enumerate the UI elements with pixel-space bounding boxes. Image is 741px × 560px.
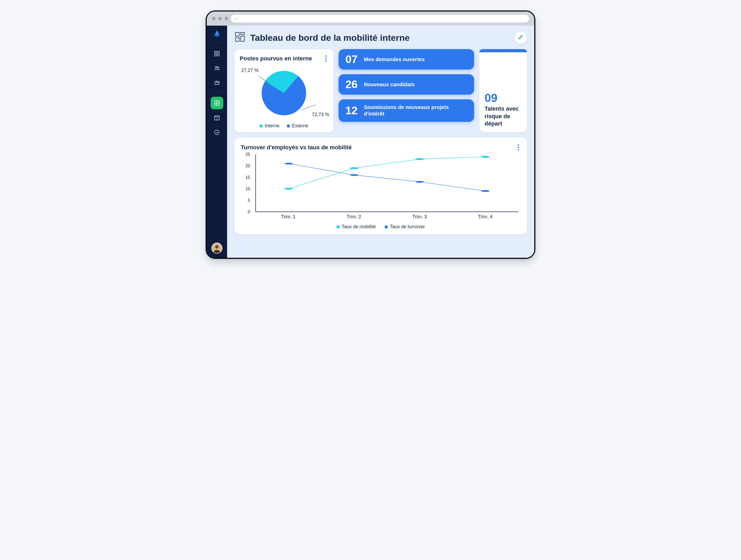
legend-swatch-blue	[385, 225, 388, 229]
user-avatar[interactable]	[211, 243, 222, 254]
x-tick: Trim. 1	[255, 214, 321, 223]
metric-project-submissions[interactable]: 12 Soumissions de nouveaux projets d'int…	[339, 99, 474, 122]
line-chart: 25 20 15 10 5 0	[241, 155, 521, 223]
sidebar-item-people[interactable]	[211, 62, 223, 75]
pie-card: Postes pourvus en interne 27,27 % 72,73 …	[234, 49, 333, 132]
pie-slice-label-small: 27,27 %	[241, 68, 259, 73]
dashboard-icon	[234, 31, 246, 44]
page-title: Tableau de bord de la mobilité interne	[250, 33, 510, 43]
svg-rect-18	[241, 36, 245, 41]
metric-label: Mes demandes ouvertes	[364, 56, 425, 63]
pie-card-title: Postes pourvus en interne	[240, 55, 312, 62]
line-chart-card: Turnover d'employés vs taux de mobilité …	[234, 138, 527, 234]
line-chart-title: Turnover d'employés vs taux de mobilité	[241, 144, 352, 151]
svg-text:31: 31	[216, 117, 218, 120]
svg-point-19	[284, 188, 293, 189]
metric-value: 07	[345, 54, 358, 65]
y-tick: 20	[246, 164, 250, 168]
y-tick: 15	[246, 175, 250, 180]
pie-slice-label-large: 72,73 %	[312, 112, 329, 117]
pie-chart: 27,27 % 72,73 %	[240, 63, 328, 123]
brand-logo-icon[interactable]	[212, 29, 221, 38]
x-tick: Trim. 4	[452, 214, 518, 223]
svg-point-5	[218, 67, 219, 68]
legend-label: Taux de mobilité	[342, 224, 376, 229]
card-menu-button[interactable]	[324, 54, 328, 63]
risk-value: 09	[485, 91, 522, 104]
line-legend: Taux de mobilité Taux de turnover	[241, 224, 521, 230]
sidebar-item-dashboard[interactable]	[211, 47, 223, 60]
svg-rect-3	[217, 54, 219, 56]
legend-swatch-cyan	[260, 125, 263, 128]
legend-swatch-cyan	[336, 225, 340, 229]
metric-value: 12	[345, 105, 358, 116]
legend-swatch-blue	[287, 125, 290, 128]
browser-titlebar: ‹ ›	[207, 11, 534, 26]
browser-window: ‹ › 31	[206, 10, 535, 259]
card-menu-button[interactable]	[516, 143, 521, 152]
legend-label: Externe	[292, 123, 308, 128]
pie-legend: Interne Externe	[240, 123, 328, 129]
nav-arrows-icon: ‹ ›	[234, 16, 238, 21]
x-tick: Trim. 2	[321, 214, 387, 223]
legend-label: Interne	[265, 123, 279, 128]
svg-rect-0	[214, 51, 216, 53]
svg-point-21	[415, 158, 424, 160]
window-dot[interactable]	[224, 17, 228, 20]
svg-rect-2	[214, 54, 216, 56]
risk-card-accent	[479, 49, 527, 52]
y-tick: 25	[246, 152, 250, 157]
metric-label: Nouveaux candidats	[364, 81, 415, 88]
sidebar-item-calendar[interactable]: 31	[211, 111, 223, 124]
url-bar[interactable]: ‹ ›	[231, 15, 529, 22]
app-body: 31 Tableau de bord de la mobilité intern…	[207, 26, 534, 258]
risk-label: Talents avec risque de départ	[485, 105, 522, 128]
plot-area	[255, 155, 518, 212]
svg-point-12	[214, 130, 219, 135]
window-dot[interactable]	[212, 17, 216, 20]
svg-rect-17	[235, 37, 239, 41]
svg-point-4	[215, 66, 217, 68]
metric-column: 07 Mes demandes ouvertes 26 Nouveaux can…	[339, 49, 474, 132]
risk-card[interactable]: 09 Talents avec risque de départ	[479, 49, 527, 132]
svg-point-25	[415, 181, 424, 183]
legend-label: Taux de turnover	[390, 224, 425, 229]
main-content: Tableau de bord de la mobilité interne P…	[227, 26, 534, 258]
svg-point-24	[350, 174, 358, 176]
y-tick: 5	[248, 198, 250, 203]
svg-point-22	[481, 156, 489, 158]
pencil-icon	[518, 34, 524, 41]
metric-new-candidates[interactable]: 26 Nouveaux candidats	[339, 74, 474, 95]
metric-value: 26	[345, 79, 358, 90]
sidebar: 31	[207, 26, 227, 258]
page-header: Tableau de bord de la mobilité interne	[234, 31, 527, 44]
svg-point-26	[481, 190, 489, 192]
x-axis: Trim. 1 Trim. 2 Trim. 3 Trim. 4	[255, 214, 518, 223]
y-tick: 10	[246, 187, 250, 191]
sidebar-divider	[212, 43, 222, 43]
svg-point-14	[215, 245, 218, 249]
sidebar-item-folders[interactable]	[211, 77, 223, 89]
window-dot[interactable]	[218, 17, 222, 20]
svg-rect-1	[217, 51, 219, 53]
sidebar-item-boards[interactable]	[211, 97, 223, 109]
y-axis: 25 20 15 10 5 0	[241, 155, 253, 212]
top-widgets-row: Postes pourvus en interne 27,27 % 72,73 …	[234, 49, 527, 132]
svg-point-23	[284, 163, 293, 164]
svg-rect-15	[235, 32, 239, 36]
y-tick: 0	[248, 210, 250, 214]
sidebar-item-tasks[interactable]	[211, 126, 223, 139]
metric-open-requests[interactable]: 07 Mes demandes ouvertes	[339, 49, 474, 70]
x-tick: Trim. 3	[387, 214, 452, 223]
svg-rect-16	[241, 32, 245, 34]
svg-point-20	[350, 167, 358, 169]
edit-button[interactable]	[515, 31, 527, 44]
metric-label: Soumissions de nouveaux projets d'intérê…	[364, 104, 467, 117]
